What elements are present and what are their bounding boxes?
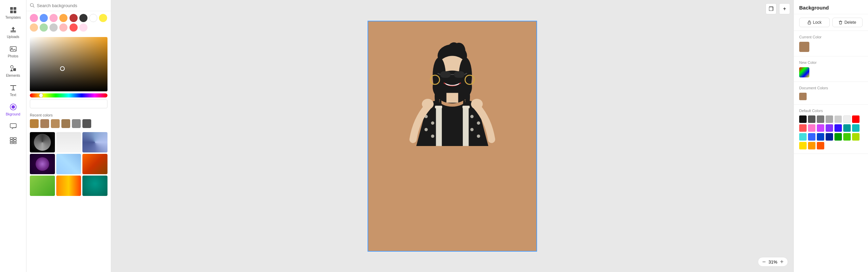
svg-point-24 <box>448 42 460 54</box>
doc-color-1[interactable] <box>799 93 807 100</box>
default-color-6[interactable] <box>843 115 851 123</box>
default-color-3[interactable] <box>817 115 824 123</box>
sidebar-item-uploads[interactable]: Uploads <box>0 22 26 41</box>
bg-thumb-7[interactable] <box>30 176 55 196</box>
default-color-17[interactable] <box>817 133 824 141</box>
chat-icon <box>9 122 17 130</box>
default-color-1[interactable] <box>799 115 807 123</box>
sidebar-item-elements[interactable]: Elements <box>0 61 26 80</box>
recent-swatch-6[interactable] <box>82 119 91 128</box>
color-gradient-picker[interactable] <box>30 37 107 91</box>
bg-thumb-9[interactable] <box>82 176 107 196</box>
upload-icon <box>9 25 17 34</box>
svg-point-43 <box>470 128 474 131</box>
default-color-19[interactable] <box>834 133 842 141</box>
swatch-green[interactable] <box>40 23 48 32</box>
hex-input[interactable]: #A97F59 <box>30 99 107 108</box>
default-color-4[interactable] <box>826 115 833 123</box>
svg-rect-15 <box>10 140 13 142</box>
default-color-9[interactable] <box>808 124 815 132</box>
swatch-darkred[interactable] <box>70 14 78 22</box>
swatch-pink[interactable] <box>30 14 38 22</box>
new-color-section: New Color <box>794 56 868 82</box>
search-input[interactable] <box>37 3 107 8</box>
sidebar-item-text[interactable]: Text <box>0 80 26 99</box>
swatch-lightpink[interactable] <box>50 14 58 22</box>
zoom-in-button[interactable]: + <box>780 259 784 265</box>
default-color-11[interactable] <box>826 124 833 132</box>
swatch-red[interactable] <box>70 23 78 32</box>
recent-swatch-3[interactable] <box>51 119 60 128</box>
default-color-15[interactable] <box>799 133 807 141</box>
recent-colors-label: Recent colors <box>30 113 107 117</box>
add-button[interactable]: + <box>779 3 790 14</box>
sidebar-item-photos[interactable]: Photos <box>0 41 26 61</box>
background-icon <box>9 103 17 111</box>
svg-rect-14 <box>14 138 16 139</box>
canvas-frame[interactable] <box>368 21 537 252</box>
recent-swatch-1[interactable] <box>30 119 39 128</box>
svg-rect-31 <box>454 71 465 77</box>
document-colors-label: Document Colors <box>799 86 863 90</box>
swatch-peach[interactable] <box>30 23 38 32</box>
default-color-14[interactable] <box>852 124 860 132</box>
default-color-20[interactable] <box>843 133 851 141</box>
bg-thumb-1[interactable] <box>30 132 55 152</box>
sidebar-item-templates[interactable]: Templates <box>0 3 26 22</box>
swatch-yellow[interactable] <box>99 14 107 22</box>
bg-thumb-8[interactable] <box>56 176 81 196</box>
right-panel: Background Lock Delete Current Color New… <box>793 0 868 272</box>
svg-point-42 <box>477 121 480 125</box>
svg-rect-36 <box>463 107 469 146</box>
svg-rect-52 <box>840 21 842 24</box>
swatch-blush[interactable] <box>79 23 87 32</box>
sidebar-item-more2[interactable] <box>0 133 26 147</box>
default-color-10[interactable] <box>817 124 824 132</box>
default-color-24[interactable] <box>817 142 824 149</box>
svg-rect-5 <box>11 32 16 32</box>
default-color-21[interactable] <box>852 133 860 141</box>
default-color-16[interactable] <box>808 133 815 141</box>
default-color-7[interactable] <box>852 115 860 123</box>
sidebar-item-background[interactable]: Bkground <box>0 99 26 119</box>
bg-thumb-6[interactable] <box>82 154 107 174</box>
sidebar-item-more1[interactable] <box>0 119 26 133</box>
bg-thumb-5[interactable] <box>56 154 81 174</box>
default-color-18[interactable] <box>826 133 833 141</box>
bg-thumb-2[interactable] <box>56 132 81 152</box>
hue-slider[interactable] <box>30 93 107 97</box>
swatch-gray[interactable] <box>50 23 58 32</box>
search-icon <box>30 3 35 8</box>
recent-swatch-4[interactable] <box>61 119 70 128</box>
recent-swatch-2[interactable] <box>40 119 49 128</box>
canvas-image <box>368 21 536 251</box>
bg-thumb-3[interactable] <box>82 132 107 152</box>
svg-point-11 <box>12 105 15 109</box>
default-colors-section: Default Colors <box>794 105 868 154</box>
recent-swatch-5[interactable] <box>72 119 81 128</box>
current-color-label: Current Color <box>799 35 863 39</box>
default-color-12[interactable] <box>834 124 842 132</box>
swatch-blue[interactable] <box>40 14 48 22</box>
delete-button[interactable]: Delete <box>832 18 863 27</box>
default-color-22[interactable] <box>799 142 807 149</box>
new-color-swatch[interactable] <box>799 67 809 77</box>
swatch-dark[interactable] <box>79 14 87 22</box>
default-color-2[interactable] <box>808 115 815 123</box>
swatch-salmon[interactable] <box>59 23 67 32</box>
delete-label: Delete <box>844 20 856 25</box>
swatch-orange[interactable] <box>59 14 67 22</box>
zoom-out-button[interactable]: − <box>762 259 766 265</box>
svg-rect-13 <box>10 138 13 139</box>
default-color-8[interactable] <box>799 124 807 132</box>
copy-button[interactable]: ❐ <box>766 3 776 14</box>
svg-rect-51 <box>808 22 811 24</box>
lock-button[interactable]: Lock <box>799 18 830 27</box>
swatch-white[interactable] <box>89 14 97 22</box>
default-color-13[interactable] <box>843 124 851 132</box>
bg-thumb-4[interactable] <box>30 154 55 174</box>
svg-line-20 <box>33 6 34 7</box>
default-color-5[interactable] <box>834 115 842 123</box>
default-color-23[interactable] <box>808 142 815 149</box>
current-color-swatch[interactable] <box>799 42 809 52</box>
